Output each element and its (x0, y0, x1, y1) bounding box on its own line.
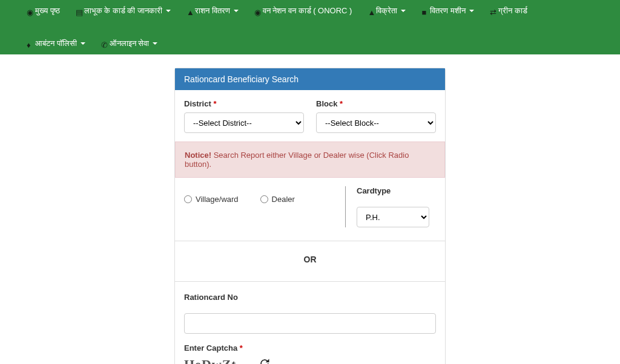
required-mark: * (213, 99, 216, 108)
nav-label: विक्रेता (376, 6, 397, 16)
nav-label: ऑनलाइन सेवा (110, 39, 150, 48)
person-icon: ▲ (186, 8, 193, 14)
chevron-down-icon (469, 10, 474, 12)
refresh-icon[interactable] (259, 357, 271, 365)
or-separator: OR (184, 241, 436, 281)
radio-dealer-label: Dealer (272, 195, 295, 204)
nav-label: राशन वितरण (195, 6, 230, 16)
drop-icon: ♦ (27, 41, 33, 47)
radio-village-input[interactable] (184, 195, 192, 203)
radio-village-label: Village/ward (196, 195, 239, 204)
chevron-down-icon (166, 10, 171, 12)
nav-onorc[interactable]: ◉ वन नेशन वन कार्ड ( ONORC ) (252, 0, 355, 22)
nav-allocation-policy[interactable]: ♦ आबंटन पॉलिसी (24, 33, 88, 54)
circle-icon: ◉ (27, 8, 33, 14)
nav-home[interactable]: ◉ मुख्य पृष्ठ (24, 0, 62, 22)
nav-vendor[interactable]: ▲ विक्रेता (365, 0, 408, 22)
machine-icon: ■ (421, 8, 427, 14)
nav-label: लाभूक के कार्ड की जानकारी (84, 6, 162, 16)
person-icon: ▲ (368, 8, 374, 14)
radio-village[interactable]: Village/ward (184, 195, 239, 204)
cardtype-label: Cardtype (357, 186, 436, 195)
chevron-down-icon (81, 42, 85, 45)
swap-icon: ⇄ (490, 8, 496, 14)
chevron-down-icon (401, 10, 406, 12)
block-select[interactable]: --Select Block-- (316, 112, 436, 133)
district-select[interactable]: --Select District-- (184, 112, 304, 133)
nav-label: वितरण मशीन (430, 6, 466, 16)
nav-green-card[interactable]: ⇄ ग्रीन कार्ड (487, 0, 530, 22)
panel-body: District * --Select District-- Block * -… (175, 90, 445, 364)
notice-strong: Notice! (185, 151, 211, 160)
captcha-image: HeDwZt (184, 357, 237, 364)
district-label: District * (184, 99, 304, 108)
chevron-down-icon (234, 10, 239, 12)
nav-label: वन नेशन वन कार्ड ( ONORC ) (263, 6, 352, 16)
panel-heading: Rationcard Beneficiary Search (175, 68, 445, 90)
notice-alert: Notice! Search Report either Village or … (175, 141, 445, 178)
nav-label: मुख्य पृष्ठ (35, 6, 60, 16)
required-mark: * (240, 343, 243, 353)
nav-ration-distribution[interactable]: ▲ राशन वितरण (184, 0, 241, 22)
circle-icon: ◉ (254, 8, 260, 14)
nav-distribution-machine[interactable]: ■ वितरण मशीन (419, 0, 477, 22)
phone-icon: ✆ (101, 41, 107, 47)
radio-dealer[interactable]: Dealer (260, 195, 295, 204)
top-navbar: ◉ मुख्य पृष्ठ ▤ लाभूक के कार्ड की जानकार… (0, 0, 620, 54)
notice-text: Search Report either Village or Dealer w… (185, 151, 409, 169)
nav-label: ग्रीन कार्ड (498, 6, 527, 16)
panel-title: Rationcard Beneficiary Search (184, 74, 298, 84)
rationcard-label: Rationcard No (184, 293, 436, 302)
cardtype-select[interactable]: P.H. (357, 207, 429, 227)
required-mark: * (340, 99, 343, 108)
main-container: Rationcard Beneficiary Search District *… (0, 54, 620, 364)
search-panel: Rationcard Beneficiary Search District *… (174, 68, 446, 364)
card-icon: ▤ (76, 8, 82, 14)
captcha-label: Enter Captcha * (184, 343, 436, 353)
radio-dealer-input[interactable] (260, 195, 268, 203)
rationcard-input[interactable] (184, 313, 436, 334)
nav-card-info[interactable]: ▤ लाभूक के कार्ड की जानकारी (73, 0, 173, 22)
nav-online-service[interactable]: ✆ ऑनलाइन सेवा (99, 33, 160, 54)
block-label: Block * (316, 99, 436, 108)
nav-label: आबंटन पॉलिसी (35, 39, 77, 48)
chevron-down-icon (153, 42, 157, 45)
